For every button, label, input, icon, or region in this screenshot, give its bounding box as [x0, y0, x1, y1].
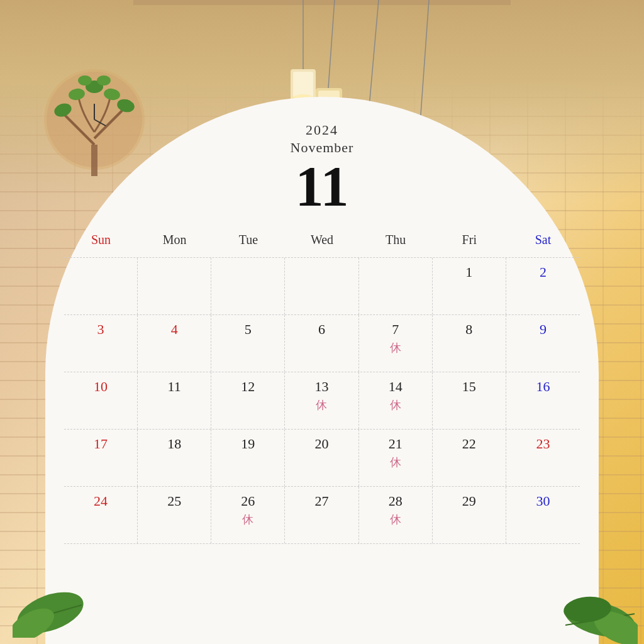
day-13: 13 休 [285, 372, 358, 429]
week-4: 17 18 19 20 21 休 22 23 [64, 430, 580, 487]
header-sat: Sat [506, 228, 580, 252]
header-wed: Wed [285, 228, 358, 252]
day-24: 24 [64, 487, 138, 543]
calendar-header: Sun Mon Tue Wed Thu Fri Sat [64, 228, 580, 252]
day-25: 25 [138, 487, 211, 543]
day-4: 4 [138, 315, 211, 372]
day-16: 16 [506, 372, 580, 429]
day-11: 11 [138, 372, 211, 429]
week-1: 1 2 [64, 258, 580, 315]
day-20: 20 [285, 430, 358, 486]
svg-rect-0 [133, 0, 511, 5]
day-9: 9 [506, 315, 580, 372]
day-30: 30 [506, 487, 580, 543]
leaf-bottom-left [13, 562, 101, 638]
header-tue: Tue [211, 228, 285, 252]
day-empty [64, 258, 138, 314]
header-fri: Fri [433, 228, 506, 252]
day-6: 6 [285, 315, 358, 372]
calendar-year: 2024 [306, 122, 338, 138]
calendar-grid: Sun Mon Tue Wed Thu Fri Sat 1 2 [64, 228, 580, 544]
calendar-month-number: 11 [295, 158, 348, 215]
header-thu: Thu [359, 228, 433, 252]
day-21: 21 休 [359, 430, 433, 486]
day-28: 28 休 [359, 487, 433, 543]
day-22: 22 [433, 430, 506, 486]
day-12: 12 [211, 372, 285, 429]
header-sun: Sun [64, 228, 138, 252]
day-3: 3 [64, 315, 138, 372]
day-2: 2 [506, 258, 580, 314]
svg-line-5 [328, 0, 335, 88]
header-mon: Mon [138, 228, 211, 252]
day-7: 7 休 [359, 315, 433, 372]
day-27: 27 [285, 487, 358, 543]
calendar-arch: 2024 November 11 Sun Mon Tue Wed Thu Fri… [45, 97, 599, 644]
week-3: 10 11 12 13 休 14 休 15 [64, 372, 580, 430]
day-empty [211, 258, 285, 314]
week-5: 24 25 26 休 27 28 休 29 [64, 487, 580, 544]
day-empty [285, 258, 358, 314]
day-23: 23 [506, 430, 580, 486]
day-18: 18 [138, 430, 211, 486]
svg-line-9 [369, 0, 379, 107]
calendar-month-name: November [291, 140, 354, 156]
day-29: 29 [433, 487, 506, 543]
day-8: 8 [433, 315, 506, 372]
svg-rect-19 [91, 145, 97, 176]
week-2: 3 4 5 6 7 休 8 9 [64, 315, 580, 372]
day-19: 19 [211, 430, 285, 486]
calendar-body: 1 2 3 4 5 6 [64, 257, 580, 544]
day-5: 5 [211, 315, 285, 372]
svg-point-25 [78, 75, 92, 86]
day-14: 14 休 [359, 372, 433, 429]
svg-point-26 [97, 75, 111, 86]
day-empty [138, 258, 211, 314]
svg-line-13 [419, 0, 429, 132]
day-15: 15 [433, 372, 506, 429]
day-1: 1 [433, 258, 506, 314]
day-10: 10 [64, 372, 138, 429]
day-17: 17 [64, 430, 138, 486]
leaf-bottom-right [537, 562, 638, 644]
day-empty [359, 258, 433, 314]
day-26: 26 休 [211, 487, 285, 543]
svg-rect-3 [293, 72, 313, 98]
